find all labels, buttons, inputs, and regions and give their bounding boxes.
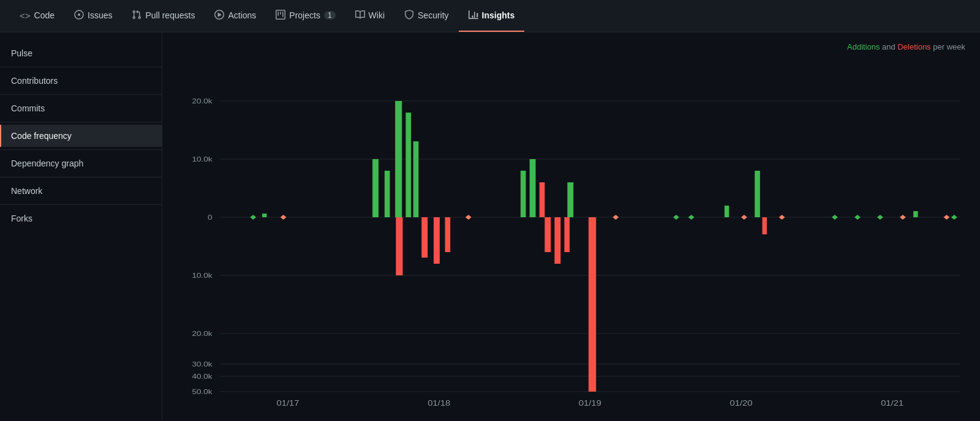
svg-rect-56 (913, 211, 918, 217)
svg-rect-37 (530, 159, 536, 217)
sidebar-divider-4 (0, 149, 162, 150)
svg-text:20.0k: 20.0k (192, 330, 213, 337)
svg-text:20.0k: 20.0k (192, 97, 213, 105)
svg-rect-36 (521, 171, 526, 217)
svg-text:01/19: 01/19 (579, 399, 601, 407)
chart-legend: Additions and Deletions per week (847, 42, 965, 51)
nav-insights[interactable]: Insights (459, 0, 525, 32)
svg-text:01/21: 01/21 (881, 399, 903, 407)
svg-marker-25 (281, 215, 287, 220)
svg-rect-31 (396, 217, 402, 275)
svg-text:01/20: 01/20 (729, 399, 752, 407)
chart-container: 20.0k 10.0k 0 10.0k 20.0k 30.0k 40.0k 50… (175, 52, 968, 407)
pull-request-icon (132, 10, 141, 21)
svg-marker-45 (673, 215, 679, 220)
projects-icon (276, 10, 285, 21)
chart-area: Additions and Deletions per week (162, 32, 980, 421)
legend-and: and (882, 42, 897, 51)
svg-marker-58 (951, 215, 957, 220)
svg-rect-26 (372, 159, 379, 217)
svg-rect-32 (421, 217, 428, 258)
sidebar-item-network[interactable]: Network (0, 180, 162, 202)
svg-rect-47 (725, 206, 729, 217)
svg-rect-39 (545, 217, 551, 252)
svg-rect-34 (445, 217, 451, 252)
svg-rect-29 (405, 113, 411, 217)
svg-rect-38 (540, 182, 545, 217)
legend-additions: Additions (847, 42, 880, 51)
svg-rect-43 (589, 217, 596, 392)
svg-point-1 (78, 13, 80, 16)
actions-icon (214, 10, 224, 21)
svg-marker-44 (612, 215, 619, 220)
nav-issues[interactable]: Issues (64, 0, 122, 32)
svg-marker-46 (688, 215, 695, 220)
svg-marker-51 (779, 215, 785, 220)
sidebar-divider-5 (0, 177, 162, 177)
nav-wiki[interactable]: Wiki (345, 0, 394, 32)
svg-text:50.0k: 50.0k (192, 388, 213, 395)
svg-marker-52 (832, 215, 838, 220)
svg-marker-57 (944, 215, 950, 220)
svg-rect-50 (763, 217, 767, 234)
svg-text:10.0k: 10.0k (192, 155, 213, 163)
wiki-icon (355, 10, 365, 21)
svg-marker-48 (741, 215, 747, 220)
projects-badge: 1 (324, 11, 336, 20)
code-icon: <> (20, 10, 31, 21)
svg-marker-35 (466, 215, 472, 220)
svg-text:01/17: 01/17 (276, 399, 299, 407)
sidebar-item-commits[interactable]: Commits (0, 97, 162, 119)
svg-marker-23 (250, 215, 256, 220)
svg-text:01/18: 01/18 (428, 399, 450, 407)
code-frequency-chart: 20.0k 10.0k 0 10.0k 20.0k 30.0k 40.0k 50… (175, 52, 968, 407)
svg-rect-42 (567, 182, 573, 217)
svg-rect-24 (262, 214, 266, 217)
nav-actions[interactable]: Actions (205, 0, 266, 32)
sidebar-item-code-frequency[interactable]: Code frequency (0, 125, 162, 147)
nav-projects[interactable]: Projects 1 (266, 0, 345, 32)
sidebar: Pulse Contributors Commits Code frequenc… (0, 32, 162, 421)
svg-rect-49 (755, 171, 760, 217)
svg-rect-28 (395, 101, 402, 217)
issues-icon (74, 10, 84, 21)
top-nav: <> Code Issues Pull requests Actions Pro… (0, 0, 980, 32)
svg-marker-53 (854, 215, 861, 220)
sidebar-item-contributors[interactable]: Contributors (0, 70, 162, 92)
svg-text:30.0k: 30.0k (192, 360, 213, 368)
sidebar-item-forks[interactable]: Forks (0, 207, 162, 229)
sidebar-item-dependency-graph[interactable]: Dependency graph (0, 152, 162, 174)
legend-deletions: Deletions (897, 42, 930, 51)
svg-text:40.0k: 40.0k (192, 373, 213, 380)
svg-text:10.0k: 10.0k (192, 272, 213, 279)
sidebar-divider-6 (0, 204, 162, 205)
nav-pull-requests[interactable]: Pull requests (122, 0, 205, 32)
insights-icon (469, 10, 478, 21)
svg-rect-33 (434, 217, 440, 264)
svg-rect-30 (413, 141, 419, 217)
svg-text:0: 0 (208, 214, 213, 221)
main-content: Pulse Contributors Commits Code frequenc… (0, 32, 980, 421)
svg-marker-55 (900, 215, 906, 220)
svg-rect-40 (554, 217, 560, 264)
security-icon (404, 10, 414, 21)
sidebar-divider-3 (0, 122, 162, 122)
svg-marker-54 (877, 215, 883, 220)
nav-code[interactable]: <> Code (10, 0, 64, 32)
sidebar-divider-2 (0, 94, 162, 95)
nav-security[interactable]: Security (394, 0, 459, 32)
legend-perweek: per week (933, 42, 965, 51)
svg-rect-27 (385, 171, 390, 217)
svg-rect-41 (564, 217, 570, 252)
sidebar-item-pulse[interactable]: Pulse (0, 42, 162, 64)
sidebar-divider-1 (0, 67, 162, 67)
